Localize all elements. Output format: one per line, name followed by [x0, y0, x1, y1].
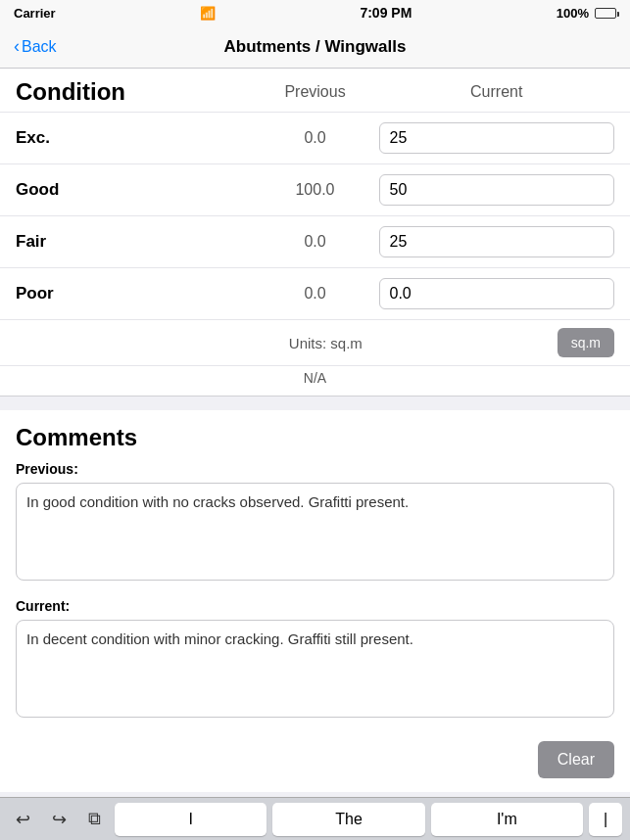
row-current-exc[interactable] [379, 122, 615, 154]
na-label: N/A [304, 370, 326, 386]
condition-row-poor: Poor 0.0 [0, 268, 630, 320]
units-label: Units: sq.m [16, 335, 557, 351]
back-button[interactable]: ‹ Back [14, 37, 57, 57]
undo-button[interactable]: ↩ [8, 805, 38, 834]
word-suggestion-the[interactable]: The [272, 803, 424, 836]
keyboard-toolbar: ↩ ↪ ⧉ I The I'm | [0, 797, 630, 840]
row-current-poor[interactable] [379, 278, 615, 309]
page-title: Abutments / Wingwalls [224, 37, 407, 57]
row-current-fair[interactable] [379, 226, 615, 257]
clear-button[interactable]: Clear [538, 741, 614, 778]
row-label-poor: Poor [16, 284, 252, 303]
status-right: 100% [557, 6, 616, 21]
row-current-good[interactable] [379, 174, 615, 206]
na-row: N/A [0, 366, 630, 396]
condition-row-good: Good 100.0 [0, 164, 630, 216]
back-label: Back [22, 38, 57, 56]
row-previous-poor: 0.0 [252, 285, 379, 303]
row-label-fair: Fair [16, 232, 252, 252]
word-suggestion-im[interactable]: I'm [431, 803, 583, 836]
status-bar: Carrier 📶 7:09 PM 100% [0, 0, 630, 25]
current-comments-label: Current: [16, 598, 614, 614]
row-previous-good: 100.0 [252, 181, 379, 199]
battery-percent: 100% [557, 6, 589, 21]
condition-header: Condition Previous Current [0, 69, 630, 113]
previous-comments-textarea[interactable]: In good condition with no cracks observe… [16, 483, 614, 581]
battery-icon [595, 8, 616, 19]
row-previous-exc: 0.0 [252, 129, 379, 147]
chevron-left-icon: ‹ [14, 36, 20, 57]
row-label-good: Good [16, 180, 252, 200]
units-button[interactable]: sq.m [557, 328, 614, 357]
pipe-button[interactable]: | [589, 803, 622, 836]
units-row: Units: sq.m sq.m [0, 320, 630, 366]
condition-section: Condition Previous Current Exc. 0.0 Good… [0, 69, 630, 397]
copy-button[interactable]: ⧉ [80, 805, 109, 833]
status-time: 7:09 PM [360, 5, 412, 21]
input-fair[interactable] [379, 226, 615, 257]
comments-section: Comments Previous: In good condition wit… [0, 410, 630, 792]
carrier-text: Carrier [14, 6, 56, 21]
condition-row-exc: Exc. 0.0 [0, 113, 630, 164]
comments-title: Comments [16, 424, 614, 451]
condition-row-fair: Fair 0.0 [0, 216, 630, 268]
current-comments-textarea[interactable]: In decent condition with minor cracking.… [16, 620, 614, 718]
clear-btn-container: Clear [16, 741, 614, 778]
input-poor[interactable] [379, 278, 615, 309]
condition-title: Condition [16, 78, 252, 106]
main-content: Condition Previous Current Exc. 0.0 Good… [0, 69, 630, 792]
input-good[interactable] [379, 174, 615, 206]
redo-button[interactable]: ↪ [44, 805, 74, 834]
row-label-exc: Exc. [16, 128, 252, 148]
input-exc[interactable] [379, 122, 615, 154]
previous-comments-label: Previous: [16, 461, 614, 477]
previous-header: Previous [252, 83, 379, 101]
wifi-icon: 📶 [200, 6, 216, 21]
word-suggestion-i[interactable]: I [115, 803, 267, 836]
row-previous-fair: 0.0 [252, 233, 379, 251]
current-header: Current [379, 83, 615, 101]
nav-bar: ‹ Back Abutments / Wingwalls [0, 25, 630, 69]
